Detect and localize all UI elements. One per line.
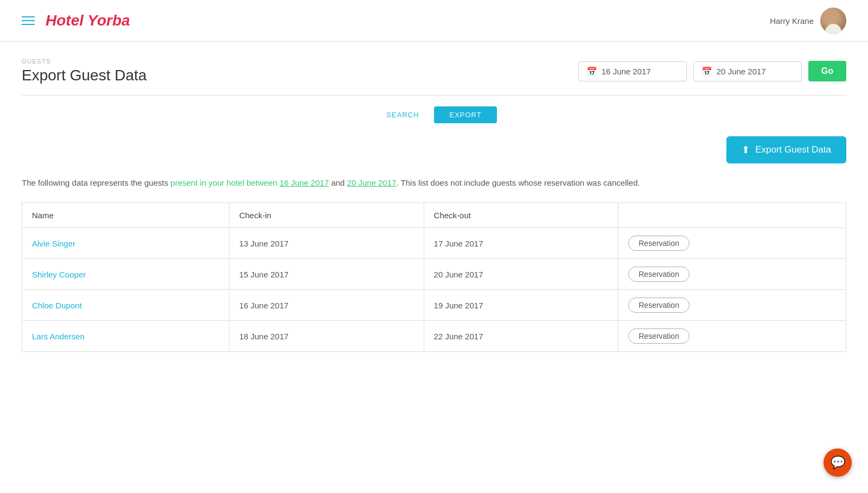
- table-row: Alvie Singer13 June 201717 June 2017Rese…: [22, 228, 846, 259]
- logo: Hotel Yorba: [46, 12, 130, 29]
- header-left: Hotel Yorba: [22, 12, 130, 29]
- guest-name-link[interactable]: Shirley Cooper: [32, 270, 86, 279]
- table-row: Lars Andersen18 June 201722 June 2017Res…: [22, 321, 846, 352]
- desc-suffix: . This list does not include guests whos…: [397, 178, 640, 187]
- logo-text: Hotel Yorba: [46, 12, 130, 29]
- reservation-button[interactable]: Reservation: [628, 328, 690, 344]
- go-button[interactable]: Go: [808, 61, 846, 81]
- col-action: [618, 203, 846, 228]
- divider: [22, 95, 846, 96]
- end-date-input[interactable]: 📅 20 June 2017: [693, 61, 802, 81]
- checkout-cell: 19 June 2017: [424, 290, 618, 321]
- checkout-cell: 22 June 2017: [424, 321, 618, 352]
- guest-name-cell: Chloe Dupont: [22, 290, 229, 321]
- desc-date1[interactable]: 16 June 2017: [279, 178, 329, 187]
- checkout-cell: 20 June 2017: [424, 259, 618, 290]
- export-button-label: Export Guest Data: [755, 144, 831, 155]
- table-head: Name Check-in Check-out: [22, 203, 846, 228]
- col-name: Name: [22, 203, 229, 228]
- checkin-cell: 18 June 2017: [229, 321, 424, 352]
- export-section: ⬆ Export Guest Data: [22, 136, 846, 163]
- avatar-image: [820, 8, 846, 34]
- guest-name-link[interactable]: Lars Andersen: [32, 332, 85, 341]
- desc-prefix: The following data represents the guests: [22, 178, 170, 187]
- export-guest-data-button[interactable]: ⬆ Export Guest Data: [726, 136, 846, 163]
- page-title: Export Guest Data: [22, 67, 146, 84]
- guest-name-cell: Lars Andersen: [22, 321, 229, 352]
- logo-hotel: Hotel: [46, 12, 87, 29]
- desc-date2[interactable]: 20 June 2017: [347, 178, 397, 187]
- main-content: GUESTS Export Guest Data 📅 16 June 2017 …: [0, 42, 868, 368]
- top-bar: GUESTS Export Guest Data 📅 16 June 2017 …: [22, 58, 846, 84]
- logo-yorba: Yorba: [87, 12, 130, 29]
- tab-bar: SEARCH EXPORT: [22, 106, 846, 123]
- action-cell: Reservation: [618, 228, 846, 259]
- checkin-cell: 16 June 2017: [229, 290, 424, 321]
- table-row: Shirley Cooper15 June 201720 June 2017Re…: [22, 259, 846, 290]
- start-date-value: 16 June 2017: [602, 67, 651, 76]
- calendar-icon-start: 📅: [586, 66, 597, 77]
- tab-export[interactable]: EXPORT: [434, 106, 496, 123]
- start-date-input[interactable]: 📅 16 June 2017: [578, 61, 687, 81]
- guest-name-link[interactable]: Chloe Dupont: [32, 301, 82, 310]
- reservation-button[interactable]: Reservation: [628, 236, 690, 251]
- title-block: GUESTS Export Guest Data: [22, 58, 146, 84]
- action-cell: Reservation: [618, 290, 846, 321]
- table-header-row: Name Check-in Check-out: [22, 203, 846, 228]
- guest-name-cell: Alvie Singer: [22, 228, 229, 259]
- checkout-cell: 17 June 2017: [424, 228, 618, 259]
- checkin-cell: 15 June 2017: [229, 259, 424, 290]
- description-text: The following data represents the guests…: [22, 176, 846, 189]
- date-controls: 📅 16 June 2017 📅 20 June 2017 Go: [578, 61, 846, 81]
- table-row: Chloe Dupont16 June 201719 June 2017Rese…: [22, 290, 846, 321]
- end-date-value: 20 June 2017: [717, 67, 766, 76]
- calendar-icon-end: 📅: [701, 66, 712, 77]
- guest-name-link[interactable]: Alvie Singer: [32, 239, 75, 248]
- desc-between: and: [329, 178, 347, 187]
- avatar: [820, 8, 846, 34]
- header: Hotel Yorba Harry Krane: [0, 0, 868, 42]
- action-cell: Reservation: [618, 259, 846, 290]
- section-label: GUESTS: [22, 58, 146, 65]
- hamburger-menu[interactable]: [22, 16, 35, 25]
- guest-table: Name Check-in Check-out Alvie Singer13 J…: [22, 203, 846, 352]
- header-right: Harry Krane: [770, 8, 846, 34]
- reservation-button[interactable]: Reservation: [628, 267, 690, 282]
- action-cell: Reservation: [618, 321, 846, 352]
- table-body: Alvie Singer13 June 201717 June 2017Rese…: [22, 228, 846, 352]
- col-checkout: Check-out: [424, 203, 618, 228]
- user-name: Harry Krane: [770, 16, 814, 26]
- checkin-cell: 13 June 2017: [229, 228, 424, 259]
- tab-search[interactable]: SEARCH: [371, 106, 434, 123]
- reservation-button[interactable]: Reservation: [628, 298, 690, 313]
- desc-highlight: present in your hotel between: [170, 178, 279, 187]
- guest-name-cell: Shirley Cooper: [22, 259, 229, 290]
- col-checkin: Check-in: [229, 203, 424, 228]
- export-icon: ⬆: [742, 144, 750, 156]
